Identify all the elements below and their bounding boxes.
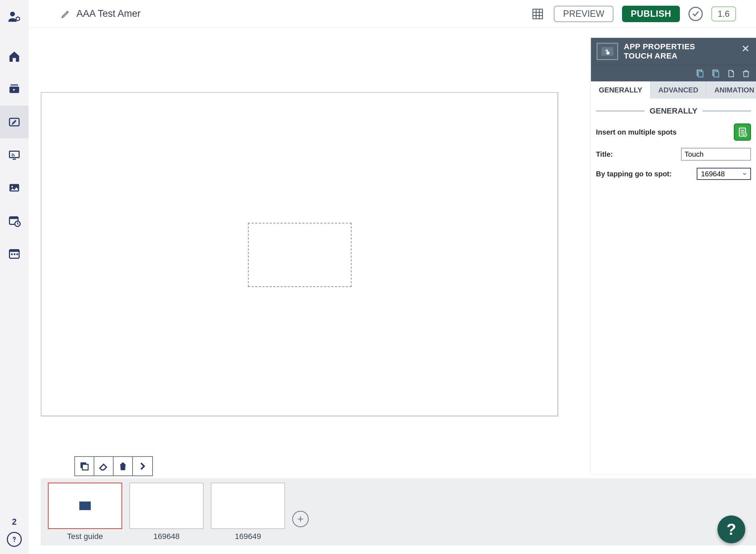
- goto-spot-select[interactable]: 169648: [697, 168, 751, 180]
- thumbnail-strip: Test guide 169648 169649 +: [41, 478, 756, 545]
- touch-area-element[interactable]: [248, 223, 352, 287]
- delete-button[interactable]: [114, 457, 133, 475]
- svg-rect-3: [11, 85, 18, 86]
- chevron-down-icon: [742, 171, 747, 177]
- svg-rect-7: [13, 159, 16, 160]
- thumbnail-preview[interactable]: [48, 483, 122, 529]
- paste-icon[interactable]: [711, 69, 720, 78]
- svg-point-9: [11, 186, 13, 188]
- touch-area-header-icon: [597, 43, 618, 60]
- properties-panel: APP PROPERTIES TOUCH AREA ✕ GENERALLY AD…: [591, 38, 756, 474]
- trash-icon[interactable]: [742, 69, 750, 78]
- plus-icon: +: [297, 513, 304, 525]
- svg-rect-22: [698, 71, 703, 77]
- goto-spot-value: 169648: [701, 170, 725, 178]
- user-gear-icon: [7, 9, 21, 24]
- question-icon: [10, 535, 19, 544]
- question-icon: ?: [727, 520, 736, 538]
- document-icon[interactable]: [727, 69, 735, 78]
- help-fab-button[interactable]: ?: [717, 515, 745, 543]
- svg-point-0: [10, 12, 15, 16]
- publish-button[interactable]: PUBLISH: [622, 6, 680, 22]
- sidebar-help-button[interactable]: [7, 532, 22, 547]
- section-title: GENERALLY: [650, 106, 697, 116]
- eraser-icon: [98, 460, 109, 472]
- thumbnail-item[interactable]: 169648: [129, 483, 204, 541]
- properties-header: APP PROPERTIES TOUCH AREA ✕: [591, 38, 756, 65]
- video-icon: [8, 83, 21, 96]
- thumbnail-label: 169648: [153, 532, 179, 541]
- svg-rect-24: [714, 71, 719, 77]
- svg-rect-28: [83, 464, 88, 470]
- erase-button[interactable]: [94, 457, 114, 475]
- check-icon: [691, 10, 700, 18]
- divider: [596, 111, 645, 111]
- add-slide-button[interactable]: +: [292, 511, 309, 527]
- divider: [702, 111, 751, 111]
- properties-toolbar: [591, 65, 756, 81]
- thumbnail-label: Test guide: [67, 532, 103, 541]
- tab-advanced[interactable]: ADVANCED: [651, 81, 707, 99]
- properties-tabs: GENERALLY ADVANCED ANIMATION: [591, 81, 756, 99]
- title-input[interactable]: [681, 148, 751, 161]
- canvas-area: APP PROPERTIES TOUCH AREA ✕ GENERALLY AD…: [29, 28, 756, 554]
- sidebar-item-edit[interactable]: [0, 106, 29, 138]
- insert-multiple-label: Insert on multiple spots: [596, 128, 677, 136]
- stack-icon: [79, 460, 90, 472]
- copy-icon[interactable]: [695, 69, 705, 78]
- grid-toggle-button[interactable]: [530, 6, 545, 21]
- svg-rect-17: [16, 253, 18, 255]
- duplicate-button[interactable]: [75, 457, 94, 475]
- svg-point-20: [606, 51, 610, 55]
- properties-body: GENERALLY Insert on multiple spots Title…: [591, 99, 756, 193]
- calendar-icon: [8, 247, 21, 260]
- sidebar-item-schedule[interactable]: [0, 204, 29, 237]
- cast-icon: [8, 148, 21, 161]
- preview-button[interactable]: PREVIEW: [554, 6, 613, 22]
- chevron-right-icon: [138, 460, 147, 472]
- svg-point-18: [14, 541, 15, 542]
- sidebar-item-image[interactable]: [0, 171, 29, 204]
- svg-rect-14: [10, 250, 19, 252]
- thumbnail-item[interactable]: 169649: [211, 483, 285, 541]
- title-label: Title:: [596, 150, 613, 158]
- thumbnail-toolbar: [74, 456, 153, 476]
- svg-rect-16: [14, 253, 16, 255]
- edit-icon: [8, 116, 21, 129]
- sidebar-item-home[interactable]: [0, 40, 29, 73]
- goto-label: By tapping go to spot:: [596, 170, 672, 178]
- thumbnail-item[interactable]: Test guide: [48, 483, 122, 541]
- next-button[interactable]: [133, 457, 152, 475]
- svg-rect-15: [11, 253, 13, 255]
- trash-icon: [118, 460, 128, 472]
- left-sidebar: > 2: [0, 0, 29, 554]
- home-icon: [8, 50, 21, 63]
- thumbnail-preview[interactable]: [211, 483, 285, 529]
- thumbnail-content-icon: [79, 502, 91, 510]
- thumbnail-preview[interactable]: [129, 483, 204, 529]
- sidebar-item-video[interactable]: [0, 73, 29, 106]
- status-check-button[interactable]: [688, 7, 703, 21]
- properties-header-line1: APP PROPERTIES: [624, 42, 695, 51]
- svg-rect-11: [10, 217, 18, 219]
- image-icon: [8, 181, 21, 194]
- calendar-clock-icon: [8, 214, 21, 227]
- tab-animation[interactable]: ANIMATION: [706, 81, 756, 99]
- version-badge[interactable]: 1.6: [711, 6, 736, 21]
- sidebar-item-cast[interactable]: [0, 138, 29, 171]
- tab-generally[interactable]: GENERALLY: [591, 81, 651, 99]
- sidebar-item-user-settings[interactable]: [0, 0, 29, 33]
- insert-multiple-button[interactable]: [734, 124, 751, 141]
- canvas-frame[interactable]: [41, 92, 558, 416]
- top-bar: AAA Test Amer PREVIEW PUBLISH 1.6: [29, 0, 756, 28]
- project-title[interactable]: AAA Test Amer: [76, 8, 141, 19]
- sidebar-item-calendar[interactable]: [0, 237, 29, 270]
- pencil-icon[interactable]: [61, 9, 71, 19]
- properties-header-line2: TOUCH AREA: [624, 51, 695, 61]
- thumbnail-label: 169649: [235, 532, 261, 541]
- sidebar-count: 2: [12, 517, 16, 527]
- svg-rect-6: [10, 151, 19, 158]
- close-icon[interactable]: ✕: [741, 43, 750, 55]
- grid-icon: [531, 7, 544, 20]
- document-insert-icon: [737, 127, 748, 137]
